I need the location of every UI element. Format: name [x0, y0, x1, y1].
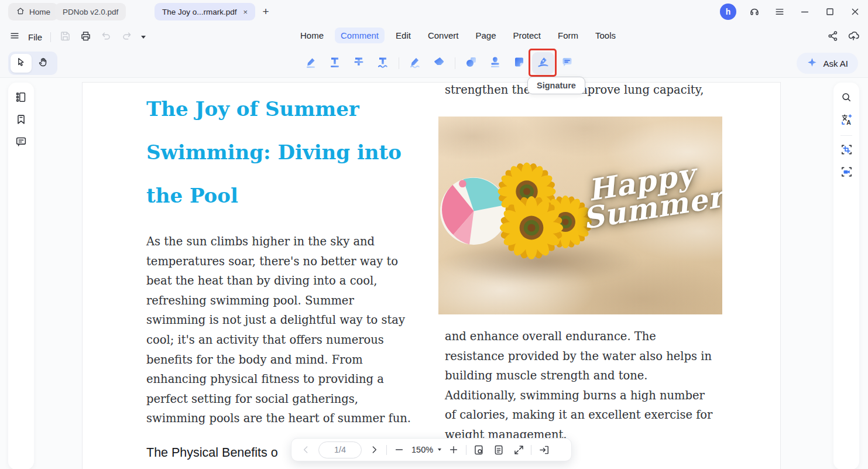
- strikethrough-tool[interactable]: [348, 52, 370, 74]
- shapes-icon: [464, 55, 478, 71]
- print-icon[interactable]: [80, 30, 92, 44]
- svg-text:A: A: [846, 118, 851, 125]
- annotation-tools: [300, 52, 578, 75]
- translate-button[interactable]: A: [839, 113, 854, 128]
- redo-icon[interactable]: [121, 30, 133, 44]
- screen-record-button[interactable]: [839, 165, 854, 180]
- crop-icon: [840, 143, 853, 159]
- divider: [386, 445, 387, 455]
- divider: [840, 135, 852, 136]
- zoom-dropdown-icon[interactable]: [438, 449, 441, 451]
- tab-home[interactable]: Home: [8, 3, 58, 20]
- doc-text-line: swimming is not just a delightful way to…: [146, 310, 411, 330]
- share-icon[interactable]: [827, 30, 839, 44]
- menu-edit[interactable]: Edit: [390, 28, 417, 43]
- doc-text-line: enhancing physical fitness to providing …: [146, 369, 411, 389]
- doc-text-line: resistance provided by the water also he…: [445, 347, 712, 367]
- doc-text-line: of calories, making it an excellent exer…: [445, 405, 712, 425]
- crop-capture-button[interactable]: [839, 143, 854, 158]
- doc-text-line: benefits for the body and mind. From: [146, 350, 411, 370]
- support-headset-icon[interactable]: [747, 5, 761, 19]
- save-icon[interactable]: [59, 30, 71, 44]
- eraser-tool[interactable]: [428, 52, 450, 74]
- maximize-button[interactable]: [823, 5, 837, 19]
- menu-home[interactable]: Home: [294, 28, 330, 43]
- menu-protect[interactable]: Protect: [507, 28, 547, 43]
- prev-page-button[interactable]: [299, 442, 314, 457]
- view-mode-button[interactable]: [471, 442, 486, 457]
- ask-ai-button[interactable]: Ask AI: [797, 53, 858, 74]
- next-page-button[interactable]: [366, 442, 382, 457]
- select-tool-button[interactable]: [11, 54, 32, 73]
- minimize-button[interactable]: [798, 5, 812, 19]
- menu-comment[interactable]: Comment: [335, 28, 385, 43]
- signature-tooltip: Signature: [527, 77, 585, 94]
- doc-title-line: Swimming: Diving into: [146, 131, 402, 174]
- file-menu[interactable]: File: [28, 32, 42, 42]
- avatar[interactable]: h: [720, 4, 736, 20]
- divider: [531, 445, 531, 455]
- house-icon: [16, 6, 25, 18]
- signature-tool[interactable]: [532, 52, 554, 74]
- doc-text-line: building muscle strength and tone.: [445, 366, 712, 386]
- menu-convert[interactable]: Convert: [422, 28, 465, 43]
- doc-text-line: refreshing swimming pool. Summer: [146, 291, 411, 311]
- right-column-paragraph: and enhance overall endurance. The resis…: [445, 327, 712, 445]
- menu-page[interactable]: Page: [469, 28, 502, 43]
- tab-label: The Joy o...rmark.pdf: [162, 8, 237, 16]
- document-title: The Joy of Summer Swimming: Diving into …: [146, 87, 402, 217]
- zoom-out-button[interactable]: [392, 442, 407, 457]
- right-column-top-line-right: improve lung capacity,: [573, 83, 704, 97]
- search-button[interactable]: [839, 91, 854, 106]
- cloud-upload-icon[interactable]: [847, 29, 860, 44]
- page-indicator-input[interactable]: 1/4: [318, 441, 362, 458]
- search-icon: [840, 91, 853, 106]
- stamp-tool[interactable]: [484, 52, 506, 74]
- divider: [50, 32, 51, 42]
- squiggly-icon: [376, 55, 390, 71]
- exit-view-button[interactable]: [536, 442, 551, 457]
- eraser-icon: [432, 55, 446, 71]
- sticky-note-tool[interactable]: [508, 52, 530, 74]
- fullscreen-button[interactable]: [511, 442, 526, 457]
- zoom-level: 150%: [411, 445, 433, 454]
- hand-tool-button[interactable]: [33, 54, 54, 73]
- thumbnails-panel-button[interactable]: [13, 91, 29, 106]
- highlight-tool[interactable]: [300, 52, 322, 74]
- new-tab-button[interactable]: +: [259, 5, 273, 19]
- hamburger-icon[interactable]: [9, 30, 20, 43]
- hand-icon: [37, 56, 49, 70]
- doc-text-line: As the sun climbs higher in the sky and: [146, 232, 411, 252]
- strikethrough-icon: [352, 55, 366, 71]
- right-column-top-line-left: strengthen the: [445, 83, 530, 97]
- tab-document-2-active[interactable]: The Joy o...rmark.pdf ×: [155, 3, 255, 20]
- tab-document-1[interactable]: PDNob v2.0.pdf: [55, 3, 126, 20]
- history-dropdown-icon[interactable]: [141, 36, 146, 39]
- bookmarks-panel-button[interactable]: [13, 113, 29, 128]
- close-tab-icon[interactable]: ×: [243, 8, 248, 16]
- comment-tool[interactable]: [556, 52, 578, 74]
- tab-label: PDNob v2.0.pdf: [63, 8, 118, 16]
- highlight-icon: [304, 55, 318, 71]
- page-navigation-toolbar: 1/4 150%: [291, 438, 572, 461]
- underline-icon: [328, 55, 342, 71]
- page-layout-button[interactable]: [491, 442, 506, 457]
- pencil-tool[interactable]: [404, 52, 426, 74]
- menu-tools[interactable]: Tools: [589, 28, 622, 43]
- doc-text-line: and enhance overall endurance. The: [445, 327, 712, 347]
- menu-bar: File Home Comment Edit Convert Page Prot…: [0, 23, 868, 50]
- shapes-tool[interactable]: [460, 52, 482, 74]
- close-button[interactable]: [848, 5, 862, 19]
- squiggly-tool[interactable]: [372, 52, 394, 74]
- underline-tool[interactable]: [324, 52, 346, 74]
- ask-ai-label: Ask AI: [823, 59, 848, 69]
- app-menu-icon[interactable]: [773, 5, 787, 19]
- comments-panel-button[interactable]: [13, 135, 29, 150]
- menu-form[interactable]: Form: [552, 28, 584, 43]
- undo-icon[interactable]: [100, 30, 112, 44]
- doc-text-line: perfect setting for social gatherings,: [146, 389, 411, 409]
- zoom-in-button[interactable]: [446, 442, 461, 457]
- left-column-heading: The Physical Benefits o: [146, 446, 278, 460]
- summer-photo: Happy Summer: [438, 117, 722, 314]
- doc-text-line: beat the heat than by diving into a cool…: [146, 271, 411, 291]
